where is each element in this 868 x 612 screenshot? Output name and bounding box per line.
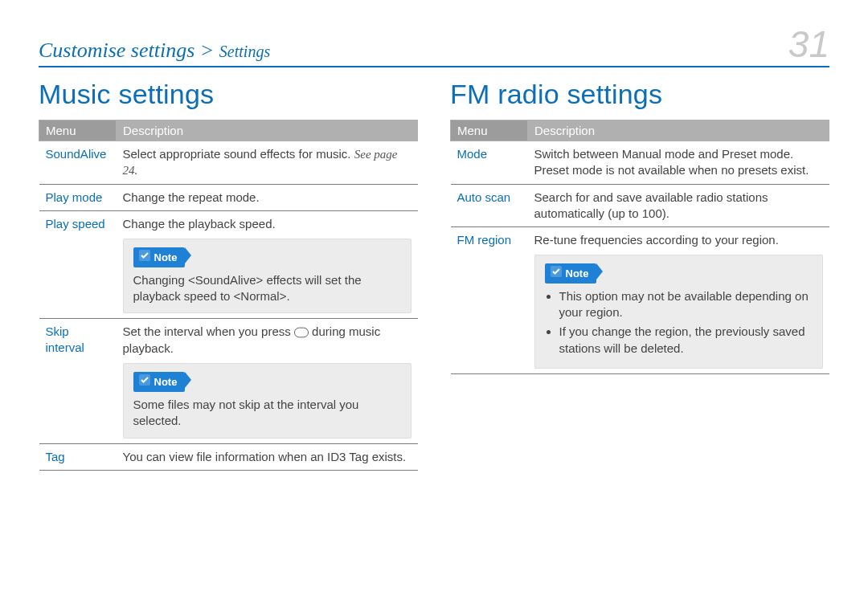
desc-soundalive: Select appropriate sound effects for mus… (117, 141, 418, 185)
note-badge: Note (545, 263, 597, 284)
breadcrumb-main: Customise settings (39, 39, 194, 62)
row-mode: Mode Switch between Manual mode and Pres… (451, 141, 829, 185)
breadcrumb-sub: Settings (219, 43, 270, 60)
skip-note-text: Some files may not skip at the interval … (133, 397, 401, 430)
col-header-menu: Menu (451, 120, 528, 141)
menu-playspeed: Play speed (39, 210, 117, 318)
columns: Music settings Menu Description SoundAli… (39, 75, 829, 471)
music-settings-heading: Music settings (39, 79, 418, 110)
col-header-description: Description (528, 120, 829, 141)
note-label: Note (154, 375, 178, 390)
row-autoscan: Auto scan Search for and save available … (451, 184, 829, 227)
row-playspeed: Play speed Change the playback speed. (39, 210, 418, 318)
desc-playmode: Change the repeat mode. (117, 184, 418, 210)
menu-tag: Tag (39, 443, 117, 470)
checkbox-icon (138, 249, 151, 266)
row-playmode: Play mode Change the repeat mode. (39, 184, 418, 210)
fm-radio-heading: FM radio settings (450, 79, 829, 110)
menu-playmode: Play mode (39, 184, 117, 210)
fmregion-note: Note This option may not be available de… (534, 255, 823, 369)
menu-autoscan: Auto scan (451, 184, 528, 227)
svg-rect-1 (294, 328, 308, 337)
button-icon (294, 324, 309, 341)
row-fmregion: FM region Re-tune frequencies according … (451, 227, 829, 374)
note-badge: Note (133, 247, 186, 267)
checkbox-icon (550, 265, 563, 282)
menu-mode: Mode (451, 141, 528, 185)
desc-tag: You can view file information when an ID… (117, 443, 418, 470)
desc-mode: Switch between Manual mode and Preset mo… (528, 141, 829, 185)
breadcrumb: Customise settings > Settings (39, 39, 270, 63)
fmregion-note-list: This option may not be available dependi… (545, 288, 813, 357)
note-label: Note (154, 251, 178, 265)
breadcrumb-sep: > (200, 39, 215, 62)
menu-fmregion: FM region (451, 227, 528, 374)
fmregion-desc-top: Re-tune frequencies according to your re… (534, 232, 823, 248)
row-skip-interval: Skip interval Set the interval when you … (39, 319, 418, 443)
skip-desc-before: Set the interval when you press (123, 324, 294, 338)
col-header-description: Description (117, 120, 418, 141)
checkbox-icon (138, 373, 151, 390)
playspeed-desc-top: Change the playback speed. (123, 216, 411, 232)
fm-radio-table: Menu Description Mode Switch between Man… (450, 120, 829, 374)
col-header-menu: Menu (39, 120, 117, 141)
menu-soundalive: SoundAlive (39, 141, 117, 185)
left-column: Music settings Menu Description SoundAli… (39, 75, 418, 471)
skip-note: Note Some files may not skip at the inte… (123, 363, 411, 438)
desc-autoscan: Search for and save available radio stat… (528, 184, 829, 227)
playspeed-note-text: Changing <SoundAlive> effects will set t… (133, 272, 401, 305)
desc-playspeed: Change the playback speed. Note Changing… (117, 210, 418, 318)
desc-fmregion: Re-tune frequencies according to your re… (528, 227, 829, 374)
header-row: Customise settings > Settings 31 (39, 26, 829, 67)
note-label: Note (566, 267, 589, 281)
menu-skip-interval: Skip interval (39, 319, 117, 443)
music-settings-table: Menu Description SoundAlive Select appro… (39, 120, 418, 471)
skip-desc-top: Set the interval when you press during m… (123, 324, 411, 357)
fmregion-note-bullet-2: If you change the region, the previously… (559, 324, 813, 357)
desc-soundalive-text: Select appropriate sound effects for mus… (123, 147, 354, 161)
row-soundalive: SoundAlive Select appropriate sound effe… (39, 141, 418, 185)
manual-page: Customise settings > Settings 31 Music s… (0, 0, 868, 612)
playspeed-note: Note Changing <SoundAlive> effects will … (123, 239, 411, 313)
note-badge: Note (133, 372, 186, 392)
desc-skip-interval: Set the interval when you press during m… (117, 319, 418, 443)
page-number: 31 (788, 26, 829, 63)
right-column: FM radio settings Menu Description Mode … (450, 75, 829, 471)
row-tag: Tag You can view file information when a… (39, 443, 418, 470)
fmregion-note-bullet-1: This option may not be available dependi… (559, 288, 813, 321)
